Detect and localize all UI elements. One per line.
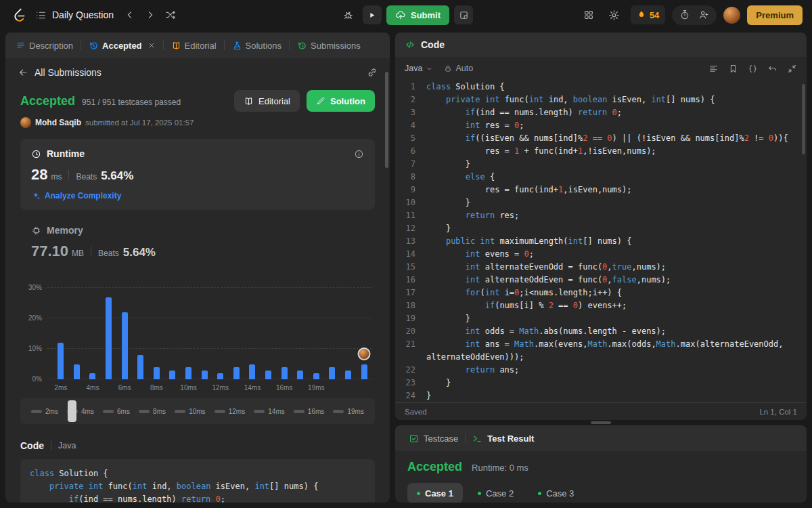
collapse-icon[interactable]	[787, 64, 797, 74]
chart-bar[interactable]	[345, 371, 351, 379]
chart-bar[interactable]	[265, 371, 271, 379]
run-button[interactable]	[363, 5, 382, 24]
chart-bar[interactable]	[106, 297, 112, 379]
tab-description[interactable]: Description	[11, 41, 78, 51]
debug-button[interactable]	[339, 5, 358, 24]
solution-button[interactable]: Solution	[307, 90, 375, 112]
chart-bar[interactable]	[185, 367, 191, 379]
resize-grip	[591, 421, 611, 424]
code-preview-language: Java	[58, 441, 76, 450]
author-name[interactable]: Mohd Saqib	[35, 118, 81, 127]
x-axis-label: 10ms	[180, 384, 196, 391]
case-status-dot	[478, 492, 481, 495]
author-avatar[interactable]	[20, 117, 31, 128]
format-code-icon[interactable]	[708, 64, 719, 74]
tab-test-result[interactable]: Test Result	[468, 433, 538, 444]
chart-bar-slot	[292, 279, 309, 379]
chart-bar-slot	[101, 279, 117, 379]
back-arrow-icon[interactable]	[18, 67, 28, 78]
chart-bar[interactable]	[58, 343, 64, 379]
user-avatar[interactable]	[723, 7, 740, 24]
info-icon[interactable]	[354, 149, 364, 159]
code-preview-title: Code	[20, 440, 44, 451]
prev-question-button[interactable]	[120, 5, 139, 24]
chart-bar[interactable]	[313, 373, 319, 379]
chart-bar-slot: 14ms	[244, 279, 261, 379]
tab-submissions[interactable]: Submissions	[292, 41, 365, 51]
code-text: if((isEven && nums[ind]%2 == 0) || (!isE…	[426, 132, 788, 145]
divider	[51, 441, 51, 450]
code-text: return ans;	[426, 364, 519, 377]
chart-bar[interactable]	[249, 364, 255, 379]
chart-bar[interactable]	[122, 312, 128, 379]
panel-resize-handle[interactable]	[395, 420, 807, 425]
chart-bar[interactable]	[281, 367, 288, 379]
language-selector[interactable]: Java	[405, 64, 433, 73]
auto-toggle[interactable]: Auto	[444, 64, 473, 73]
invite-user-icon[interactable]	[698, 9, 709, 20]
line-number: 1	[395, 81, 426, 93]
code-line: 16 int alternateOddEven = func(0,false,n…	[395, 274, 807, 287]
submission-result-icon	[89, 41, 99, 51]
next-question-button[interactable]	[141, 5, 160, 24]
chart-bar[interactable]	[217, 373, 223, 379]
problem-panel: Description Accepted Editorial	[5, 33, 390, 503]
chart-bar[interactable]	[329, 367, 335, 379]
streak-counter[interactable]: 54	[631, 5, 665, 24]
divider	[68, 170, 69, 179]
submitted-code-preview[interactable]: class Solution { private int func(int in…	[20, 459, 375, 503]
runtime-card[interactable]: Runtime 28 ms Beats 5.64%	[20, 139, 375, 210]
chart-bar[interactable]	[137, 355, 143, 379]
close-icon[interactable]	[148, 41, 156, 49]
chart-bar[interactable]	[361, 364, 367, 379]
code-line: 7 }	[395, 158, 807, 171]
tab-accepted[interactable]: Accepted	[84, 41, 160, 51]
chart-bar[interactable]	[89, 373, 95, 379]
submit-button[interactable]: Submit	[386, 5, 449, 25]
all-submissions-link[interactable]: All Submissions	[35, 67, 102, 78]
chart-bar-slot	[196, 279, 212, 379]
layout-button[interactable]	[579, 5, 598, 24]
left-panel-scrollbar[interactable]	[385, 72, 388, 168]
timer-icon[interactable]	[679, 9, 690, 20]
beats-value: 5.64%	[101, 169, 133, 183]
tab-testcase[interactable]: Testcase	[405, 433, 462, 444]
chart-bar[interactable]	[202, 371, 208, 379]
chart-bar[interactable]	[233, 367, 240, 379]
user-runtime-marker	[358, 347, 371, 360]
copy-link-icon[interactable]	[367, 67, 378, 78]
tab-editorial[interactable]: Editorial	[166, 41, 221, 51]
premium-button[interactable]: Premium	[747, 5, 803, 25]
chart-bar[interactable]	[169, 371, 175, 379]
y-axis-label: 10%	[20, 345, 42, 352]
slider-handle[interactable]	[68, 400, 76, 422]
bookmark-icon[interactable]	[728, 64, 738, 74]
case-1-chip[interactable]: Case 1	[407, 483, 463, 503]
solution-button-label: Solution	[330, 96, 365, 106]
code-editor[interactable]: 1class Solution {2 private int func(int …	[395, 80, 807, 402]
memory-card[interactable]: Memory 77.10 MB Beats 5.64%	[20, 225, 375, 260]
tab-label: Solutions	[246, 41, 281, 51]
case-2-chip[interactable]: Case 2	[468, 483, 523, 503]
leetcode-logo[interactable]	[9, 5, 28, 24]
settings-button[interactable]	[605, 5, 624, 24]
runtime-distribution-chart: 0%10%20%30%2ms4ms6ms8ms10ms12ms14ms16ms1…	[20, 279, 375, 379]
chart-zoom-slider[interactable]: 2ms4ms6ms8ms10ms12ms14ms16ms19ms	[20, 398, 375, 424]
editor-scrollbar[interactable]	[802, 84, 805, 154]
chart-bar[interactable]	[154, 367, 160, 379]
tab-solutions[interactable]: Solutions	[227, 41, 286, 51]
case-3-chip[interactable]: Case 3	[528, 483, 583, 503]
editorial-button[interactable]: Editorial	[234, 90, 300, 112]
braces-icon[interactable]	[748, 64, 758, 74]
undo-icon[interactable]	[767, 64, 777, 74]
random-question-button[interactable]	[161, 5, 180, 24]
analyze-complexity-link[interactable]: Analyze Complexity	[31, 191, 364, 200]
chart-bar[interactable]	[74, 364, 80, 379]
line-number: 3	[395, 106, 426, 119]
notes-button[interactable]	[454, 5, 473, 24]
chart-bar[interactable]	[297, 371, 303, 379]
book-icon	[244, 96, 254, 106]
problem-list-nav[interactable]: Daily Question	[30, 9, 119, 21]
code-line: 19 }	[395, 312, 807, 325]
tab-label: Accepted	[102, 41, 142, 51]
